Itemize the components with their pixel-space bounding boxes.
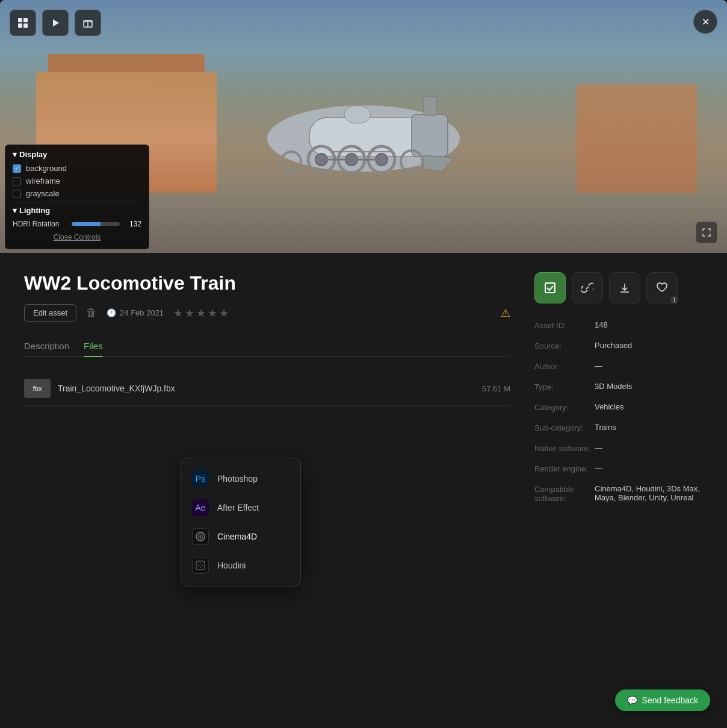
- train-3d-model: [237, 60, 490, 193]
- grid-view-button[interactable]: [10, 10, 36, 36]
- display-section-title: ▾ Display: [13, 150, 141, 159]
- send-feedback-button[interactable]: 💬 Send feedback: [615, 689, 710, 711]
- file-size: 57.61 M: [482, 384, 510, 393]
- 3d-viewer: ✕ ▾ Display background wireframe graysca…: [0, 0, 727, 253]
- meta-category: Category: Vehicles: [534, 402, 703, 412]
- delete-icon[interactable]: 🗑: [86, 306, 97, 319]
- file-row: fbx Train_Locomotive_KXfjWJp.fbx 57.61 M: [24, 372, 510, 406]
- asset-title: WW2 Locomotive Train: [24, 272, 510, 294]
- meta-author: Author: —: [534, 361, 703, 371]
- edit-asset-button[interactable]: Edit asset: [24, 304, 76, 322]
- meta-source: Source: Purchased: [534, 341, 703, 350]
- tab-description[interactable]: Description: [24, 336, 69, 357]
- action-buttons: 1: [534, 272, 703, 303]
- save-to-collection-button[interactable]: [534, 272, 566, 303]
- svg-rect-26: [545, 283, 555, 293]
- asset-tabs: Description Files: [24, 336, 510, 357]
- lighting-section-title: ▾ Lighting: [13, 206, 141, 215]
- date-info: 🕐 24 Feb 2021: [107, 308, 164, 317]
- viewer-toolbar: [10, 10, 101, 36]
- left-content: WW2 Locomotive Train Edit asset 🗑 🕐 24 F…: [24, 272, 534, 709]
- bg-building-right: [577, 84, 697, 205]
- svg-rect-3: [424, 96, 437, 116]
- svg-rect-18: [18, 23, 22, 28]
- svg-point-4: [344, 105, 371, 123]
- svg-rect-25: [196, 561, 205, 570]
- file-badge: fbx: [24, 379, 51, 398]
- clock-icon: 🕐: [107, 308, 116, 317]
- aftereffect-icon: Ae: [192, 499, 209, 516]
- star-rating[interactable]: ★ ★ ★ ★ ★: [173, 306, 229, 320]
- svg-rect-16: [18, 18, 22, 22]
- asset-meta: Edit asset 🗑 🕐 24 Feb 2021 ★ ★ ★ ★ ★ ⚠: [24, 304, 510, 322]
- background-row: background: [13, 164, 141, 173]
- svg-rect-2: [412, 114, 448, 157]
- hdri-slider[interactable]: [72, 222, 120, 226]
- wireframe-row: wireframe: [13, 176, 141, 185]
- tab-files[interactable]: Files: [84, 336, 103, 357]
- photoshop-icon: Ps: [192, 470, 209, 487]
- meta-compatible-software: Compatible software: Cinema4D, Houdini, …: [534, 484, 703, 503]
- box-view-button[interactable]: [75, 10, 101, 36]
- houdini-icon: [192, 557, 209, 574]
- software-dropdown: Ps Photoshop Ae After Effect Cinema4D: [181, 458, 301, 586]
- dropdown-item-aftereffect[interactable]: Ae After Effect: [181, 493, 300, 522]
- svg-rect-19: [23, 23, 28, 28]
- grayscale-row: grayscale: [13, 189, 141, 198]
- like-count: 1: [670, 296, 678, 304]
- meta-table: Asset ID: 148 Source: Purchased Author: …: [534, 320, 703, 503]
- svg-marker-20: [53, 19, 59, 26]
- hdri-row: HDRI Rotation 132: [13, 220, 141, 228]
- meta-type: Type: 3D Models: [534, 382, 703, 391]
- dropdown-item-cinema4d[interactable]: Cinema4D: [181, 522, 300, 551]
- close-controls-row: Close Controls: [13, 233, 141, 241]
- feedback-icon: 💬: [627, 695, 637, 705]
- viewer-close-button[interactable]: ✕: [693, 10, 717, 34]
- file-name: Train_Locomotive_KXfjWJp.fbx: [58, 384, 475, 393]
- meta-asset-id: Asset ID: 148: [534, 320, 703, 330]
- close-controls-button[interactable]: Close Controls: [54, 233, 101, 241]
- wireframe-checkbox[interactable]: [13, 177, 21, 185]
- dropdown-item-houdini[interactable]: Houdini: [181, 551, 300, 580]
- svg-rect-17: [23, 18, 28, 22]
- warning-icon: ⚠: [501, 306, 510, 320]
- background-checkbox[interactable]: [13, 164, 21, 173]
- play-button[interactable]: [42, 10, 69, 36]
- copy-link-button[interactable]: [572, 272, 603, 303]
- grayscale-checkbox[interactable]: [13, 190, 21, 198]
- meta-render-engine: Render engine: —: [534, 464, 703, 473]
- fullscreen-button[interactable]: [696, 222, 717, 243]
- like-button[interactable]: 1: [646, 272, 678, 303]
- right-sidebar: 1 Asset ID: 148 Source: Purchased Author…: [534, 272, 703, 709]
- cinema4d-icon: [192, 528, 209, 545]
- main-content: WW2 Locomotive Train Edit asset 🗑 🕐 24 F…: [0, 253, 727, 728]
- dropdown-item-photoshop[interactable]: Ps Photoshop: [181, 464, 300, 493]
- download-button[interactable]: [609, 272, 640, 303]
- meta-subcategory: Sub-category: Trains: [534, 423, 703, 432]
- meta-native-software: Native software: —: [534, 443, 703, 453]
- panel-divider: [13, 202, 141, 202]
- svg-point-24: [199, 535, 202, 538]
- display-panel: ▾ Display background wireframe grayscale…: [5, 145, 149, 249]
- svg-marker-13: [424, 155, 454, 172]
